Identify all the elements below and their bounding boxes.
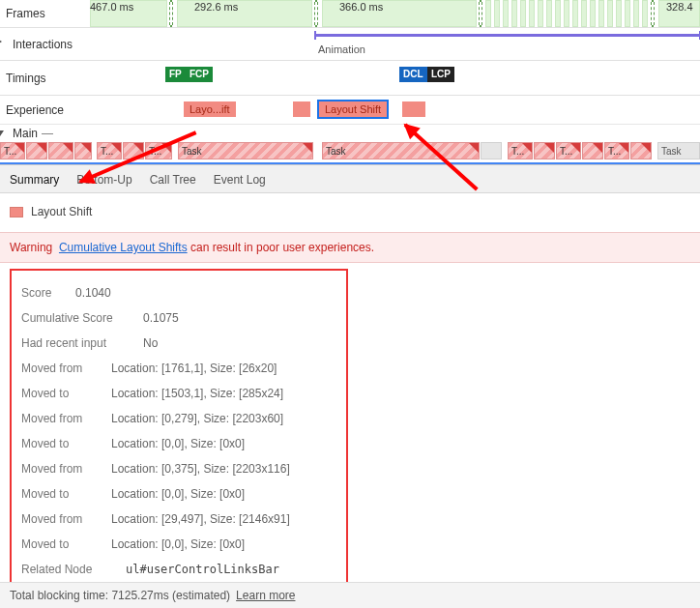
task-item[interactable] (74, 142, 92, 159)
score-key: Score (21, 286, 60, 300)
main-tasks-row: T... T... T... Task Task T... T... T... … (0, 141, 700, 162)
cumscore-val: 0.1075 (143, 311, 179, 325)
frame-time-0: 467.0 ms (90, 1, 133, 13)
lcp-badge[interactable]: LCP (427, 67, 454, 82)
layout-shift-blob-2[interactable] (402, 101, 425, 117)
tab-bottom-up[interactable]: Bottom-Up (76, 173, 131, 187)
timings-track[interactable]: FP FCP DCL LCP (90, 61, 700, 95)
animation-bar[interactable] (314, 34, 700, 37)
timings-label: Timings (0, 61, 90, 95)
task-item[interactable]: T... (145, 142, 172, 159)
animation-label: Animation (318, 43, 365, 55)
event-name: Layout Shift (31, 205, 92, 218)
frames-row: Frames (0, 0, 700, 27)
layout-shift-chip-selected[interactable]: Layout Shift (319, 101, 387, 117)
panel-tabs: Summary Bottom-Up Call Tree Event Log (0, 165, 700, 193)
main-label: Main — (0, 125, 90, 141)
task-item[interactable] (534, 142, 555, 159)
task-item[interactable] (582, 142, 603, 159)
loc8-val: Location: [0,0], Size: [0x0] (111, 537, 245, 551)
loc2-val: Location: [1503,1], Size: [285x24] (111, 387, 283, 400)
fcp-badge[interactable]: FCP (186, 67, 213, 82)
loc7-val: Location: [29,497], Size: [2146x91] (111, 512, 290, 526)
task-item[interactable]: T... (556, 142, 581, 159)
task-item[interactable]: T... (0, 142, 25, 159)
loc4-val: Location: [0,0], Size: [0x0] (111, 437, 245, 450)
frame-time-1: 292.6 ms (194, 1, 238, 13)
frame-time-2: 366.0 ms (339, 1, 383, 13)
warning-suffix: can result in poor user experiences. (188, 241, 374, 254)
task-item[interactable]: Task (322, 142, 480, 159)
hadinput-key: Had recent input (21, 336, 128, 350)
expand-icon[interactable] (0, 38, 2, 45)
task-item[interactable]: T... (508, 142, 533, 159)
tbt-text: Total blocking time: 7125.27ms (estimate… (10, 589, 230, 602)
frames-track[interactable]: 467.0 ms 292.6 ms 366.0 ms 328.4 (90, 0, 700, 27)
main-header: Main — (0, 124, 700, 141)
collapse-icon[interactable] (0, 130, 4, 136)
loc6-val: Location: [0,0], Size: [0x0] (111, 487, 245, 501)
interactions-label: Interactions (0, 28, 90, 60)
warning-banner: Warning Cumulative Layout Shifts can res… (0, 232, 700, 263)
warning-prefix: Warning (10, 241, 52, 254)
related-key: Related Node (21, 563, 110, 576)
interactions-track[interactable]: Animation (90, 28, 700, 60)
mf-key: Moved from (21, 462, 96, 476)
task-item[interactable]: Task (657, 142, 700, 159)
tab-call-tree[interactable]: Call Tree (150, 173, 196, 187)
cls-link[interactable]: Cumulative Layout Shifts (59, 241, 188, 254)
loc5-val: Location: [0,375], Size: [2203x116] (111, 462, 290, 476)
mf-key: Moved from (21, 362, 96, 375)
task-item[interactable] (26, 142, 47, 159)
mf-key: Moved from (21, 512, 96, 526)
frames-label: Frames (0, 0, 90, 27)
mt-key: Moved to (21, 487, 96, 501)
task-item[interactable] (48, 142, 73, 159)
fp-badge[interactable]: FP (165, 67, 186, 82)
related-val[interactable]: ul#userControlLinksBar (126, 563, 279, 576)
layout-shift-swatch-icon (10, 207, 23, 217)
interactions-row: Interactions Animation (0, 27, 700, 60)
mf-key: Moved from (21, 412, 96, 425)
cumscore-key: Cumulative Score (21, 311, 128, 325)
mt-key: Moved to (21, 387, 96, 400)
task-item[interactable]: T... (97, 142, 122, 159)
experience-label: Experience (0, 96, 90, 124)
tab-summary[interactable]: Summary (10, 173, 59, 187)
timings-row: Timings FP FCP DCL LCP (0, 60, 700, 95)
task-item[interactable] (630, 142, 652, 159)
task-item[interactable] (123, 142, 144, 159)
hadinput-val: No (143, 336, 158, 350)
dcl-badge[interactable]: DCL (399, 67, 427, 82)
loc1-val: Location: [1761,1], Size: [26x20] (111, 362, 277, 375)
layout-shift-chip-1[interactable]: Layo...ift (184, 101, 236, 117)
score-val: 0.1040 (75, 286, 111, 300)
experience-row: Experience Layo...ift Layout Shift (0, 95, 700, 124)
experience-track[interactable]: Layo...ift Layout Shift (90, 96, 700, 124)
mt-key: Moved to (21, 537, 96, 551)
frame-time-3: 328.4 (666, 1, 693, 13)
layout-shift-blob-1[interactable] (293, 101, 310, 117)
mt-key: Moved to (21, 437, 96, 450)
tab-event-log[interactable]: Event Log (214, 173, 266, 187)
task-item[interactable] (481, 142, 502, 159)
layout-shift-details: Score0.1040 Cumulative Score0.1075 Had r… (10, 269, 348, 594)
footer-bar: Total blocking time: 7125.27ms (estimate… (0, 582, 700, 608)
learn-more-link[interactable]: Learn more (236, 589, 295, 602)
event-legend: Layout Shift (10, 201, 690, 224)
loc3-val: Location: [0,279], Size: [2203x60] (111, 412, 283, 425)
summary-panel: Layout Shift (0, 193, 700, 232)
task-item[interactable]: T... (604, 142, 629, 159)
task-item[interactable]: Task (178, 142, 313, 159)
